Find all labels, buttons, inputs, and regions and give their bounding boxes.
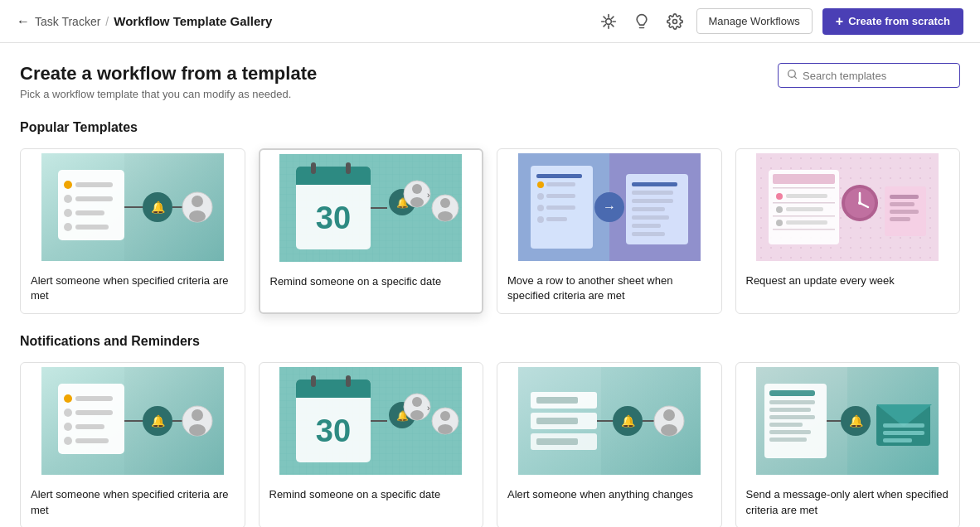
- svg-text:🔔: 🔔: [849, 414, 864, 428]
- breadcrumb: ← Task Tracker / Workflow Template Galle…: [17, 14, 272, 29]
- svg-point-137: [661, 424, 677, 436]
- card-image-message-only-notif: 🔔: [736, 363, 960, 479]
- lightbulb-icon-button[interactable]: [630, 10, 653, 33]
- svg-rect-76: [773, 229, 835, 230]
- svg-rect-59: [632, 215, 669, 220]
- search-input[interactable]: [803, 70, 951, 82]
- svg-rect-56: [632, 191, 673, 195]
- svg-point-103: [192, 409, 203, 421]
- svg-point-122: [438, 424, 453, 434]
- svg-rect-110: [311, 375, 316, 387]
- svg-rect-155: [883, 438, 912, 442]
- svg-rect-145: [769, 423, 803, 427]
- template-card-move-row-popular[interactable]: → Move a row to another sheet when speci…: [497, 148, 722, 314]
- template-card-message-only-notif[interactable]: 🔔 Send a message-only alert when specifi…: [735, 362, 961, 527]
- header-actions: Manage Workflows + Create from scratch: [597, 8, 963, 35]
- svg-point-104: [189, 424, 206, 436]
- card-label-alert-criteria-popular: Alert someone when specified criteria ar…: [21, 265, 245, 313]
- svg-rect-58: [632, 207, 665, 211]
- create-label: Create from scratch: [848, 15, 950, 27]
- svg-point-117: [412, 397, 422, 407]
- svg-rect-47: [546, 194, 575, 198]
- svg-rect-109: [296, 390, 371, 398]
- svg-point-44: [537, 181, 544, 188]
- svg-rect-75: [786, 220, 827, 225]
- section-0: Popular Templates: [20, 120, 960, 314]
- sections-container: Popular Templates: [20, 120, 960, 527]
- card-image-remind-date-popular: 30 🔔 ›: [260, 150, 483, 266]
- svg-rect-142: [769, 400, 815, 404]
- card-image-move-row-popular: →: [497, 149, 721, 265]
- card-label-alert-anything-notif: Alert someone when anything changes: [497, 479, 721, 512]
- template-card-alert-anything-notif[interactable]: 🔔 Alert someone when anything changes: [497, 362, 722, 527]
- svg-line-3: [794, 76, 796, 78]
- svg-rect-146: [769, 430, 811, 434]
- svg-rect-10: [75, 196, 113, 201]
- svg-point-9: [64, 195, 72, 203]
- svg-rect-95: [75, 424, 104, 429]
- back-button[interactable]: ←: [17, 14, 30, 29]
- section-label-0: Popular Templates: [20, 120, 960, 135]
- svg-point-81: [858, 201, 861, 205]
- page-header: Create a workflow from a template Pick a…: [20, 63, 960, 100]
- svg-rect-49: [546, 205, 575, 210]
- svg-point-118: [410, 410, 424, 420]
- card-label-message-only-notif: Send a message-only alert when specified…: [736, 479, 960, 527]
- svg-point-34: [412, 184, 422, 194]
- svg-rect-154: [883, 431, 924, 435]
- page-main-title: Create a workflow from a template: [20, 63, 317, 85]
- svg-rect-73: [773, 215, 835, 217]
- search-box[interactable]: [778, 63, 960, 88]
- svg-point-11: [64, 209, 72, 217]
- svg-point-35: [410, 197, 424, 207]
- template-card-alert-criteria-notif[interactable]: 🔔 Alert someone when specified criteria …: [20, 362, 245, 527]
- announce-icon-button[interactable]: [597, 10, 620, 33]
- svg-rect-84: [890, 202, 915, 206]
- svg-point-21: [189, 210, 206, 222]
- template-card-remind-date-popular[interactable]: 30 🔔 › Remind someone on a specific date: [259, 148, 484, 314]
- manage-workflows-button[interactable]: Manage Workflows: [696, 8, 813, 34]
- svg-text:→: →: [603, 200, 616, 214]
- settings-icon-button[interactable]: [663, 10, 686, 33]
- svg-rect-86: [890, 217, 910, 221]
- svg-rect-26: [296, 177, 371, 185]
- svg-rect-28: [346, 162, 351, 174]
- svg-point-71: [776, 206, 783, 213]
- svg-point-136: [663, 409, 675, 421]
- svg-point-13: [64, 223, 72, 231]
- page-title: Workflow Template Gallery: [114, 14, 272, 28]
- svg-rect-57: [632, 199, 673, 203]
- settings-icon: [667, 13, 683, 30]
- breadcrumb-parent[interactable]: Task Tracker: [35, 15, 100, 28]
- card-image-alert-criteria-popular: 🔔: [21, 149, 245, 265]
- svg-text:🔔: 🔔: [150, 414, 165, 428]
- template-card-remind-date-notif[interactable]: 30 🔔 › Remind someone on a specific date: [259, 362, 484, 527]
- card-label-request-update-popular: Request an update every week: [736, 265, 960, 298]
- section-1: Notifications and Reminders: [20, 334, 960, 527]
- template-card-alert-criteria-popular[interactable]: 🔔 Alert someone when specified criteria …: [20, 148, 245, 314]
- svg-rect-51: [546, 217, 567, 221]
- card-label-remind-date-popular: Remind someone on a specific date: [260, 266, 483, 299]
- page-subtitle: Pick a workflow template that you can mo…: [20, 88, 317, 100]
- svg-text:30: 30: [316, 413, 351, 448]
- svg-point-1: [672, 19, 677, 23]
- svg-point-92: [64, 409, 72, 417]
- svg-rect-83: [890, 195, 919, 199]
- svg-rect-69: [786, 194, 827, 198]
- template-card-request-update-popular[interactable]: Request an update every week: [735, 148, 961, 314]
- card-image-alert-criteria-notif: 🔔: [21, 363, 245, 479]
- svg-rect-43: [536, 174, 582, 178]
- svg-point-46: [537, 193, 544, 200]
- search-icon: [787, 69, 798, 82]
- svg-point-7: [64, 181, 72, 189]
- template-grid-0: 🔔 Alert someone when specified criteria …: [20, 148, 960, 314]
- svg-rect-111: [346, 375, 351, 387]
- svg-rect-12: [75, 210, 104, 215]
- plus-icon: +: [836, 14, 843, 29]
- svg-point-0: [605, 18, 611, 24]
- svg-rect-97: [75, 438, 109, 443]
- create-from-scratch-button[interactable]: + Create from scratch: [822, 8, 963, 35]
- page-header-left: Create a workflow from a template Pick a…: [20, 63, 317, 100]
- svg-rect-60: [632, 224, 661, 228]
- svg-rect-126: [536, 397, 578, 404]
